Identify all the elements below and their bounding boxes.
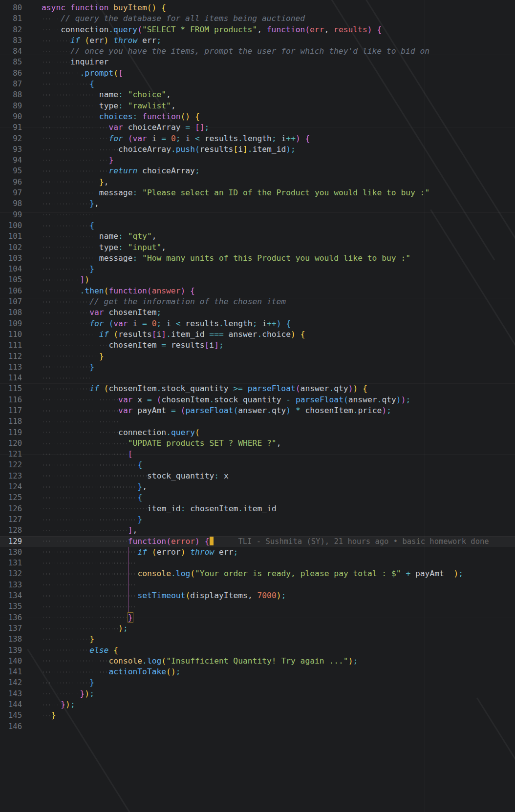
line-number[interactable]: 92 (0, 133, 22, 144)
code-line[interactable]: 88name: "choice", (0, 89, 515, 100)
line-number[interactable]: 90 (0, 111, 22, 122)
line-number[interactable]: 124 (0, 481, 22, 492)
code-line[interactable]: 144}); (0, 699, 515, 710)
code-line[interactable]: 101name: "qty", (0, 231, 515, 242)
code-line[interactable]: 93choiceArray.push(results[i].item_id); (0, 144, 515, 155)
code-line[interactable]: 89type: "rawlist", (0, 101, 515, 111)
line-number[interactable]: 119 (0, 427, 22, 438)
line-number[interactable]: 134 (0, 590, 22, 601)
code-line[interactable]: 146 (0, 721, 515, 732)
line-number[interactable]: 97 (0, 187, 22, 198)
line-number[interactable]: 112 (0, 351, 22, 362)
line-number[interactable]: 104 (0, 264, 22, 274)
code-line[interactable]: 110if (results[i].item_id === answer.cho… (0, 329, 515, 340)
code-line[interactable]: 94} (0, 155, 515, 166)
code-line[interactable]: 108var chosenItem; (0, 307, 515, 318)
code-line[interactable]: 107// get the information of the chosen … (0, 296, 515, 307)
line-number[interactable]: 146 (0, 721, 22, 732)
code-line[interactable]: 139else { (0, 645, 515, 656)
line-number[interactable]: 140 (0, 656, 22, 666)
line-number[interactable]: 106 (0, 286, 22, 296)
code-line[interactable]: 104} (0, 264, 515, 274)
code-line[interactable]: 119connection.query( (0, 427, 515, 438)
code-line[interactable]: 123stock_quantity: x (0, 471, 515, 481)
line-number[interactable]: 136 (0, 612, 22, 623)
line-number[interactable]: 138 (0, 634, 22, 645)
code-line[interactable]: 136} (0, 612, 515, 623)
line-number[interactable]: 109 (0, 318, 22, 329)
line-number[interactable]: 116 (0, 395, 22, 405)
line-number[interactable]: 111 (0, 340, 22, 351)
line-number[interactable]: 139 (0, 645, 22, 656)
line-number[interactable]: 105 (0, 274, 22, 285)
code-line[interactable]: 86.prompt([ (0, 68, 515, 79)
code-line[interactable]: 116var x = (chosenItem.stock_quantity - … (0, 395, 515, 405)
line-number[interactable]: 144 (0, 699, 22, 710)
code-line[interactable]: 133 (0, 580, 515, 590)
code-line[interactable]: 111chosenItem = results[i]; (0, 340, 515, 351)
code-line[interactable]: 97message: "Please select an ID of the P… (0, 187, 515, 198)
code-line[interactable]: 83if (err) throw err; (0, 35, 515, 46)
code-line-current[interactable]: 129function(error) {TLI - Sushmita (SY),… (0, 536, 515, 547)
line-number[interactable]: 130 (0, 547, 22, 558)
code-line[interactable]: 132console.log("Your order is ready, ple… (0, 568, 515, 579)
code-line[interactable]: 100{ (0, 220, 515, 231)
code-area[interactable]: 80async function buyItem() {81// query t… (0, 2, 515, 732)
code-line[interactable]: 143}); (0, 688, 515, 699)
line-number[interactable]: 100 (0, 220, 22, 231)
line-number[interactable]: 101 (0, 231, 22, 242)
code-line[interactable]: 91var choiceArray = []; (0, 122, 515, 133)
line-number[interactable]: 145 (0, 710, 22, 721)
line-number[interactable]: 84 (0, 46, 22, 57)
code-line[interactable]: 141actionToTake(); (0, 666, 515, 677)
line-number[interactable]: 110 (0, 329, 22, 340)
line-number[interactable]: 83 (0, 35, 22, 46)
line-number[interactable]: 96 (0, 177, 22, 187)
code-line[interactable]: 127} (0, 514, 515, 525)
code-line[interactable]: 126item_id: chosenItem.item_id (0, 503, 515, 514)
line-number[interactable]: 137 (0, 623, 22, 634)
line-number[interactable]: 114 (0, 373, 22, 383)
line-number[interactable]: 99 (0, 209, 22, 220)
code-line[interactable]: 117var payAmt = (parseFloat(answer.qty) … (0, 405, 515, 416)
line-number[interactable]: 95 (0, 166, 22, 176)
line-number[interactable]: 120 (0, 438, 22, 449)
code-line[interactable]: 138} (0, 634, 515, 645)
code-line[interactable]: 131 (0, 558, 515, 568)
code-line[interactable]: 118 (0, 416, 515, 427)
code-line[interactable]: 115if (chosenItem.stock_quantity >= pars… (0, 383, 515, 394)
code-line[interactable]: 114 (0, 373, 515, 383)
code-line[interactable]: 105]) (0, 274, 515, 285)
code-line[interactable]: 81// query the database for all items be… (0, 13, 515, 24)
line-number[interactable]: 135 (0, 601, 22, 612)
code-line[interactable]: 130if (error) throw err; (0, 547, 515, 558)
code-line[interactable]: 103message: "How many units of this Prod… (0, 253, 515, 264)
code-line[interactable]: 128], (0, 525, 515, 536)
code-line[interactable]: 145} (0, 710, 515, 721)
line-number[interactable]: 82 (0, 24, 22, 35)
line-number[interactable]: 86 (0, 68, 22, 79)
line-number[interactable]: 141 (0, 666, 22, 677)
line-number[interactable]: 91 (0, 122, 22, 133)
code-line[interactable]: 113} (0, 362, 515, 373)
line-number[interactable]: 121 (0, 449, 22, 459)
code-line[interactable]: 125{ (0, 492, 515, 503)
line-number[interactable]: 80 (0, 2, 22, 13)
line-number[interactable]: 89 (0, 101, 22, 111)
code-line[interactable]: 82connection.query("SELECT * FROM produc… (0, 24, 515, 35)
line-number[interactable]: 123 (0, 471, 22, 481)
code-line[interactable]: 121[ (0, 449, 515, 459)
line-number[interactable]: 102 (0, 242, 22, 253)
code-line[interactable]: 85inquirer (0, 57, 515, 67)
code-line[interactable]: 87{ (0, 79, 515, 89)
code-line[interactable]: 92for (var i = 0; i < results.length; i+… (0, 133, 515, 144)
code-line[interactable]: 124}, (0, 481, 515, 492)
line-number[interactable]: 93 (0, 144, 22, 155)
code-line[interactable]: 140console.log("Insufficient Quantity! T… (0, 656, 515, 666)
code-line[interactable]: 122{ (0, 459, 515, 470)
code-line[interactable]: 142} (0, 677, 515, 688)
line-number[interactable]: 133 (0, 580, 22, 590)
code-line[interactable]: 84// once you have the items, prompt the… (0, 46, 515, 57)
line-number[interactable]: 132 (0, 568, 22, 579)
line-number[interactable]: 94 (0, 155, 22, 166)
